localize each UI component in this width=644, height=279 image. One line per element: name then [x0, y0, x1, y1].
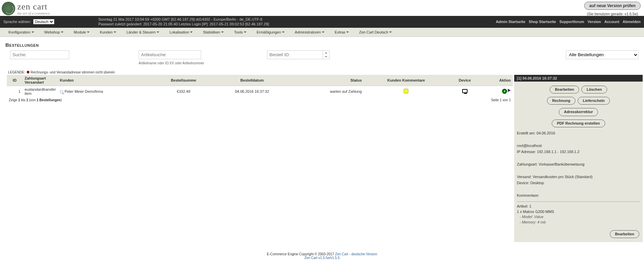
- order-id-input[interactable]: [267, 50, 323, 59]
- address-correction-button[interactable]: Adresskorrektur: [559, 108, 598, 116]
- created-date: Erstellt am: 04.06.2016: [517, 131, 640, 136]
- cell-date: 04.06.2016 16:37:32: [213, 86, 291, 97]
- edit-button[interactable]: Bearbeiten: [550, 86, 579, 93]
- page-title: Bestellungen: [5, 42, 644, 48]
- cell-total: €332.49: [154, 86, 213, 97]
- pager-page: Seite 1 von 1: [491, 98, 511, 102]
- chevron-down-icon: [87, 31, 90, 33]
- menu-kunden[interactable]: Kunden: [95, 28, 121, 37]
- cell-customer: Peter Meier Demofirma: [58, 86, 154, 97]
- cell-id: 1: [7, 86, 23, 97]
- admin-nav: Admin Startseite Shop Startseite Support…: [496, 20, 641, 24]
- article-search-hint: Artikelname oder ID:XX oder Artikelnumme…: [139, 61, 267, 65]
- chevron-down-icon: [282, 31, 285, 33]
- menu-zencart-de[interactable]: Zen Cart Deutsch: [354, 28, 397, 37]
- chevron-down-icon: [114, 31, 116, 33]
- article-item: 1 x Matrox G200 MMS: [517, 209, 640, 214]
- address-mismatch-icon: [27, 71, 29, 73]
- article-memory: - Memory: 4 mb: [520, 220, 640, 225]
- edit-icon[interactable]: e: [502, 89, 507, 94]
- nav-version[interactable]: Version: [588, 20, 601, 24]
- check-version-button[interactable]: auf neue Version prüfen: [584, 2, 641, 10]
- col-date[interactable]: Bestelldatum: [213, 75, 291, 86]
- nav-support[interactable]: Supportforum: [559, 20, 584, 24]
- nav-admin-home[interactable]: Admin Startseite: [496, 20, 525, 24]
- invoice-button[interactable]: Rechnung: [547, 97, 575, 105]
- col-payment[interactable]: Zahlungsart Versandart: [23, 75, 58, 86]
- nav-logout[interactable]: Abmelden: [623, 20, 641, 24]
- menu-konfiguration[interactable]: Konfiguration: [3, 28, 39, 37]
- cell-payment: eustandardtransfer item: [23, 86, 58, 97]
- payment-method: Zahlungsart: Vorkasse/Banküberweisung: [517, 162, 640, 167]
- logo-title: zen cart: [17, 2, 50, 12]
- col-status[interactable]: Status: [291, 75, 364, 86]
- order-row[interactable]: 1 eustandardtransfer item Peter Meier De…: [7, 86, 513, 97]
- orders-table: ID Zahlungsart Versandart Kunden Bestell…: [7, 75, 513, 97]
- cell-action: e: [481, 86, 513, 97]
- delete-button[interactable]: Löschen: [581, 86, 607, 93]
- logo-icon: [2, 2, 15, 15]
- col-customer[interactable]: Kunden: [58, 75, 154, 86]
- chevron-down-icon: [157, 31, 159, 33]
- nav-shop-home[interactable]: Shop Startseite: [529, 20, 556, 24]
- nav-account[interactable]: Account: [604, 20, 619, 24]
- logo-subtitle: the art of e-commerce: [17, 11, 50, 15]
- language-label: Sprache wählen:: [3, 20, 31, 24]
- session-info: Sonntag 21 Mai 2017 10:04:59 +0200 GMT […: [98, 17, 269, 27]
- chevron-down-icon: [221, 31, 224, 33]
- col-comments[interactable]: Kunden Kommentare: [364, 75, 448, 86]
- info-bar: Sprache wählen: Deutsch Sonntag 21 Mai 2…: [0, 16, 644, 28]
- menu-laender[interactable]: Länder & Steuern: [121, 28, 164, 37]
- main-menu: Konfiguration Webshop Module Kunden Länd…: [0, 28, 644, 37]
- spinner-up-icon[interactable]: ▲: [323, 51, 329, 55]
- article-model: - Model: Value: [520, 214, 640, 219]
- edit-order-button[interactable]: Bearbeiten: [610, 230, 639, 238]
- menu-statistiken[interactable]: Statistiken: [198, 28, 229, 37]
- status-filter-select[interactable]: Alle Bestellungen: [566, 50, 639, 59]
- menu-admin[interactable]: Administratoren: [290, 28, 330, 37]
- pdf-invoice-button[interactable]: PDF Rechnung erstellen: [552, 120, 605, 127]
- chevron-down-icon: [190, 31, 193, 33]
- logo: zen cart the art of e-commerce: [2, 2, 50, 15]
- spinner-down-icon[interactable]: ▼: [323, 55, 329, 59]
- menu-module[interactable]: Module: [69, 28, 95, 37]
- menu-webshop[interactable]: Webshop: [39, 28, 69, 37]
- chevron-down-icon: [322, 31, 325, 33]
- cell-comments: [364, 86, 448, 97]
- chevron-down-icon: [244, 31, 246, 33]
- col-device[interactable]: Device: [449, 75, 481, 86]
- menu-lokalisation[interactable]: Lokalisation: [164, 28, 198, 37]
- panel-header: [1] 04.06.2016 16:37:32: [514, 75, 643, 82]
- pager-info: Zeige 1 bis 1 (von 1 Bestellungen): [9, 98, 62, 102]
- menu-ermaessigungen[interactable]: Ermäßigungen: [252, 28, 290, 37]
- desktop-icon: [462, 89, 468, 93]
- col-total[interactable]: Bestellsumme: [154, 75, 213, 86]
- shipping-method: Versand: Versandkosten pro Stück (Standa…: [517, 174, 640, 179]
- packing-slip-button[interactable]: Lieferschein: [578, 97, 610, 105]
- chevron-down-icon: [346, 31, 349, 33]
- article-search-input[interactable]: [139, 50, 201, 59]
- cell-status: warten auf Zahlung: [291, 86, 364, 97]
- col-action[interactable]: Aktion: [481, 75, 513, 86]
- cell-device: [449, 86, 481, 97]
- expand-icon[interactable]: [508, 89, 511, 92]
- order-id-spinner[interactable]: ▲ ▼: [323, 50, 330, 59]
- search-input[interactable]: [10, 50, 69, 59]
- chevron-down-icon: [389, 31, 392, 33]
- comments-label: Kommentare:: [517, 193, 640, 198]
- comment-status-icon: [404, 89, 408, 93]
- language-select[interactable]: Deutsch: [33, 19, 54, 24]
- chevron-down-icon: [61, 31, 64, 33]
- col-id[interactable]: ID: [7, 75, 23, 86]
- menu-extras[interactable]: Extras: [330, 28, 354, 37]
- footer-link[interactable]: Zen Cart - deutsche Version: [335, 252, 377, 256]
- customer-email: root@localhost: [517, 143, 640, 148]
- order-detail-panel: [1] 04.06.2016 16:37:32 Bearbeiten Lösch…: [514, 75, 643, 242]
- footer-version-link[interactable]: Zen Cart v1.5.5e/v1.5.5: [304, 256, 340, 260]
- articles-count: Artikel: 1: [517, 204, 640, 209]
- menu-tools[interactable]: Tools: [229, 28, 252, 37]
- magnifier-icon[interactable]: [60, 90, 63, 93]
- chevron-down-icon: [31, 31, 34, 33]
- version-text: (Sie benutzen gerade: v1.5.5e): [584, 12, 641, 16]
- device-info: Device: Desktop: [517, 180, 640, 186]
